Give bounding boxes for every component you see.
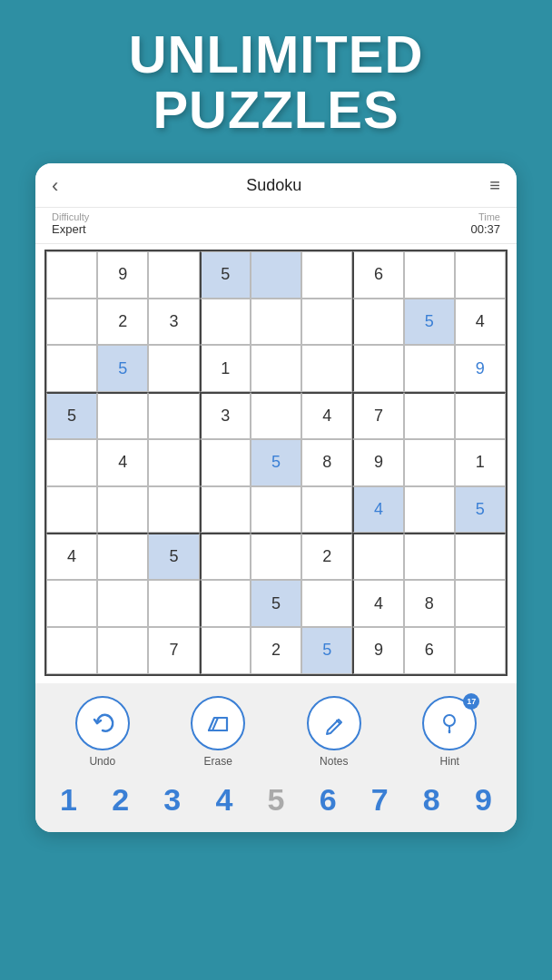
hint-button[interactable]: 17 Hint xyxy=(422,696,477,768)
sudoku-cell[interactable] xyxy=(455,533,506,580)
sudoku-cell[interactable] xyxy=(301,486,352,534)
sudoku-cell[interactable]: 4 xyxy=(46,533,97,580)
number-button-9[interactable]: 9 xyxy=(461,782,505,818)
sudoku-cell[interactable]: 6 xyxy=(352,251,403,299)
sudoku-cell[interactable] xyxy=(200,627,251,674)
sudoku-cell[interactable] xyxy=(301,580,352,627)
sudoku-cell[interactable] xyxy=(200,580,251,627)
sudoku-cell[interactable]: 4 xyxy=(455,299,506,346)
sudoku-cell[interactable]: 4 xyxy=(97,439,148,486)
number-button-2[interactable]: 2 xyxy=(99,782,143,818)
sudoku-cell[interactable] xyxy=(404,345,455,392)
sudoku-cell[interactable] xyxy=(46,580,97,627)
sudoku-cell[interactable] xyxy=(251,251,301,299)
sudoku-cell[interactable]: 9 xyxy=(352,627,403,674)
sudoku-cell[interactable]: 4 xyxy=(352,486,403,534)
sudoku-cell[interactable] xyxy=(455,251,506,299)
number-button-6[interactable]: 6 xyxy=(306,782,350,818)
sudoku-cell[interactable] xyxy=(455,392,506,439)
sudoku-cell[interactable] xyxy=(200,486,251,534)
sudoku-cell[interactable]: 5 xyxy=(251,439,301,486)
sudoku-cell[interactable]: 5 xyxy=(200,251,251,299)
number-button-3[interactable]: 3 xyxy=(151,782,194,818)
erase-button[interactable]: Erase xyxy=(191,696,245,768)
sudoku-cell[interactable] xyxy=(251,345,301,392)
sudoku-cell[interactable]: 1 xyxy=(200,345,251,392)
sudoku-cell[interactable]: 3 xyxy=(200,392,251,439)
sudoku-cell[interactable]: 3 xyxy=(148,299,199,346)
sudoku-cell[interactable]: 4 xyxy=(352,580,403,627)
erase-label: Erase xyxy=(204,755,232,768)
sudoku-cell[interactable] xyxy=(148,345,199,392)
sudoku-cell[interactable] xyxy=(455,580,506,627)
sudoku-cell[interactable] xyxy=(97,580,148,627)
sudoku-cell[interactable] xyxy=(404,486,455,534)
time-section: Time 00:37 xyxy=(470,211,500,236)
sudoku-cell[interactable] xyxy=(46,486,97,534)
sudoku-cell[interactable] xyxy=(404,251,455,299)
sudoku-cell[interactable]: 5 xyxy=(455,486,506,534)
sudoku-cell[interactable]: 5 xyxy=(46,392,97,439)
sudoku-cell[interactable] xyxy=(200,439,251,486)
sudoku-cell[interactable] xyxy=(97,627,148,674)
sudoku-cell[interactable] xyxy=(46,251,97,299)
sudoku-cell[interactable] xyxy=(97,533,148,580)
sudoku-cell[interactable] xyxy=(455,627,506,674)
sudoku-cell[interactable] xyxy=(46,627,97,674)
sudoku-cell[interactable]: 8 xyxy=(301,439,352,486)
number-button-4[interactable]: 4 xyxy=(202,782,246,818)
sudoku-cell[interactable] xyxy=(251,299,301,346)
sudoku-cell[interactable]: 8 xyxy=(404,580,455,627)
sudoku-cell[interactable]: 6 xyxy=(404,627,455,674)
sudoku-cell[interactable]: 5 xyxy=(148,533,199,580)
sudoku-cell[interactable]: 5 xyxy=(404,299,455,346)
sudoku-cell[interactable]: 2 xyxy=(301,533,352,580)
menu-button[interactable]: ≡ xyxy=(489,175,500,196)
sudoku-cell[interactable] xyxy=(404,533,455,580)
sudoku-cell[interactable]: 9 xyxy=(97,251,148,299)
notes-button[interactable]: Notes xyxy=(307,696,361,768)
sudoku-cell[interactable] xyxy=(301,251,352,299)
sudoku-cell[interactable] xyxy=(200,299,251,346)
sudoku-cell[interactable] xyxy=(352,533,403,580)
sudoku-cell[interactable] xyxy=(251,392,301,439)
sudoku-cell[interactable] xyxy=(301,345,352,392)
sudoku-cell[interactable]: 4 xyxy=(301,392,352,439)
undo-button[interactable]: Undo xyxy=(75,696,130,768)
undo-icon xyxy=(90,710,115,736)
number-button-8[interactable]: 8 xyxy=(409,782,453,818)
sudoku-cell[interactable]: 9 xyxy=(455,345,506,392)
sudoku-cell[interactable] xyxy=(352,299,403,346)
sudoku-cell[interactable] xyxy=(148,486,199,534)
sudoku-cell[interactable]: 2 xyxy=(251,627,301,674)
sudoku-cell[interactable] xyxy=(46,299,97,346)
sudoku-cell[interactable] xyxy=(97,486,148,534)
sudoku-cell[interactable] xyxy=(148,580,199,627)
sudoku-cell[interactable]: 5 xyxy=(251,580,301,627)
sudoku-cell[interactable] xyxy=(148,251,199,299)
sudoku-cell[interactable] xyxy=(46,345,97,392)
sudoku-cell[interactable]: 9 xyxy=(352,439,403,486)
number-button-5[interactable]: 5 xyxy=(254,782,298,818)
sudoku-cell[interactable] xyxy=(148,392,199,439)
sudoku-cell[interactable] xyxy=(97,392,148,439)
sudoku-cell[interactable]: 2 xyxy=(97,299,148,346)
app-header: UNLIMITED PUZZLES xyxy=(129,27,424,138)
sudoku-cell[interactable] xyxy=(200,533,251,580)
number-button-7[interactable]: 7 xyxy=(358,782,401,818)
sudoku-cell[interactable] xyxy=(301,299,352,346)
sudoku-cell[interactable] xyxy=(251,533,301,580)
back-button[interactable]: ‹ xyxy=(52,174,58,198)
number-button-1[interactable]: 1 xyxy=(47,782,91,818)
sudoku-cell[interactable]: 7 xyxy=(148,627,199,674)
sudoku-cell[interactable] xyxy=(404,439,455,486)
sudoku-cell[interactable] xyxy=(148,439,199,486)
sudoku-cell[interactable]: 5 xyxy=(301,627,352,674)
sudoku-cell[interactable]: 7 xyxy=(352,392,403,439)
sudoku-cell[interactable]: 5 xyxy=(97,345,148,392)
sudoku-cell[interactable] xyxy=(404,392,455,439)
sudoku-cell[interactable] xyxy=(251,486,301,534)
sudoku-cell[interactable]: 1 xyxy=(455,439,506,486)
sudoku-cell[interactable] xyxy=(352,345,403,392)
sudoku-cell[interactable] xyxy=(46,439,97,486)
